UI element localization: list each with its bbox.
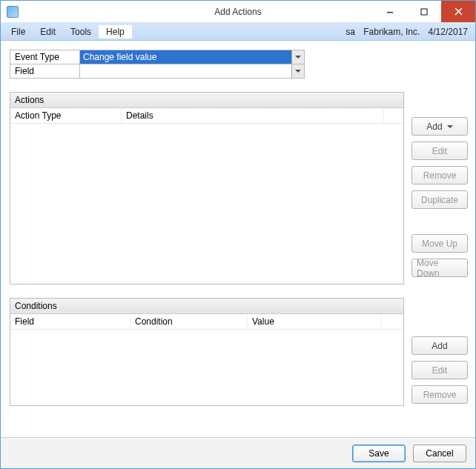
actions-panel: Actions Action Type Details (10, 92, 404, 285)
actions-edit-button[interactable]: Edit (411, 142, 468, 160)
close-icon (454, 7, 463, 16)
conditions-col-value[interactable]: Value (248, 314, 381, 329)
conditions-remove-button[interactable]: Remove (411, 385, 468, 404)
conditions-panel-title: Conditions (10, 299, 403, 314)
menubar: File Edit Tools Help sa Fabrikam, Inc. 4… (1, 23, 475, 41)
button-label: Edit (432, 365, 448, 376)
button-label: Add (432, 341, 447, 351)
button-label: Save (368, 448, 389, 459)
button-label: Remove (423, 170, 457, 181)
field-row: Field (10, 64, 304, 79)
actions-grid-header: Action Type Details (10, 108, 403, 124)
chevron-down-icon (295, 56, 301, 59)
conditions-col-condition[interactable]: Condition (130, 314, 248, 329)
status-info: sa Fabrikam, Inc. 4/12/2017 (346, 27, 472, 37)
actions-col-details[interactable]: Details (122, 108, 384, 123)
actions-add-button[interactable]: Add (411, 117, 468, 136)
button-label: Cancel (426, 448, 453, 459)
conditions-edit-button[interactable]: Edit (411, 361, 468, 379)
conditions-grid-body[interactable] (10, 330, 403, 405)
menu-help[interactable]: Help (99, 25, 132, 39)
save-button[interactable]: Save (352, 445, 406, 462)
conditions-add-button[interactable]: Add (411, 336, 468, 355)
conditions-col-spacer (381, 314, 403, 329)
field-value (80, 64, 291, 78)
left-column: Actions Action Type Details Conditions F… (10, 92, 404, 430)
right-column: Add Edit Remove Duplicate Move Up Move D… (411, 92, 468, 430)
actions-remove-button[interactable]: Remove (411, 166, 468, 184)
status-company: Fabrikam, Inc. (363, 27, 420, 37)
button-label: Edit (432, 146, 448, 156)
footer: Save Cancel (1, 437, 475, 468)
conditions-col-field[interactable]: Field (10, 314, 130, 329)
actions-move-up-button[interactable]: Move Up (411, 234, 468, 253)
event-type-label: Event Type (10, 50, 80, 64)
actions-col-action-type[interactable]: Action Type (10, 108, 122, 123)
cancel-button[interactable]: Cancel (413, 445, 466, 462)
titlebar: Add Actions (1, 1, 475, 23)
event-type-dropdown-button[interactable] (291, 50, 304, 64)
svg-rect-1 (421, 9, 427, 15)
close-button[interactable] (441, 1, 475, 22)
field-dropdown-button[interactable] (291, 64, 304, 78)
actions-duplicate-button[interactable]: Duplicate (411, 190, 468, 209)
content-area: Event Type Change field value Field Acti… (1, 41, 475, 437)
status-date: 4/12/2017 (429, 27, 468, 37)
chevron-down-icon (295, 70, 301, 73)
event-type-combo[interactable]: Change field value (80, 50, 304, 64)
button-label: Remove (423, 390, 457, 400)
actions-panel-title: Actions (10, 93, 403, 108)
conditions-panel: Conditions Field Condition Value (10, 298, 404, 406)
dialog-window: Add Actions File Edit Tools Help sa Fabr… (0, 0, 476, 469)
button-label: Duplicate (421, 195, 458, 205)
chevron-down-icon (447, 125, 453, 128)
field-combo[interactable] (80, 64, 304, 78)
event-type-value: Change field value (80, 50, 291, 64)
button-label: Move Up (422, 239, 457, 249)
actions-col-spacer (384, 108, 403, 123)
maximize-icon (420, 8, 428, 16)
actions-move-down-button[interactable]: Move Down (411, 259, 468, 277)
minimize-icon (386, 8, 394, 16)
event-type-row: Event Type Change field value (10, 50, 304, 64)
menu-edit[interactable]: Edit (33, 25, 63, 39)
menu-file[interactable]: File (4, 25, 33, 39)
app-icon (7, 6, 19, 18)
minimize-button[interactable] (373, 1, 407, 22)
actions-grid-body[interactable] (10, 124, 403, 284)
conditions-grid-header: Field Condition Value (10, 314, 403, 330)
button-label: Add (426, 122, 442, 132)
maximize-button[interactable] (407, 1, 441, 22)
main-area: Actions Action Type Details Conditions F… (10, 92, 468, 430)
form-grid: Event Type Change field value Field (10, 50, 305, 79)
status-user: sa (346, 27, 355, 37)
svg-rect-0 (387, 12, 393, 13)
window-controls (373, 1, 475, 22)
menu-tools[interactable]: Tools (63, 25, 99, 39)
button-label: Move Down (417, 258, 463, 279)
field-label: Field (10, 64, 80, 78)
